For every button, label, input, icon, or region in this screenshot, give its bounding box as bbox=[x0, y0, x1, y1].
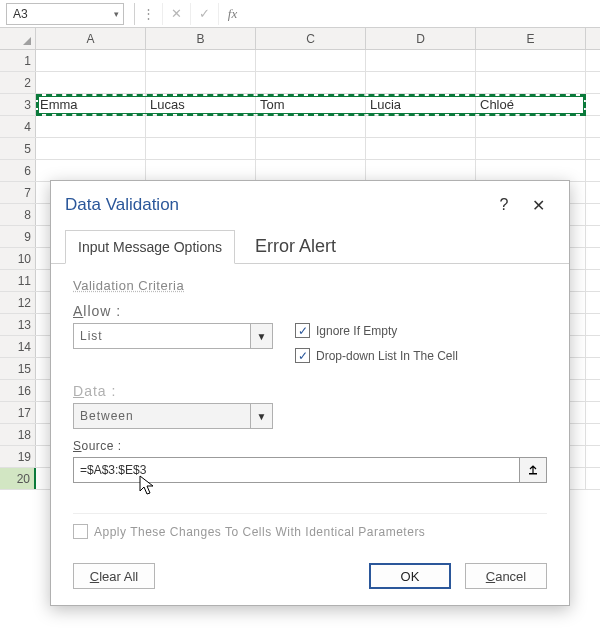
allow-select[interactable]: List ▼ bbox=[73, 323, 273, 349]
help-button[interactable]: ? bbox=[487, 191, 521, 219]
dialog-title: Data Validation bbox=[65, 195, 487, 215]
ok-button[interactable]: OK bbox=[369, 563, 451, 589]
apply-label: Apply These Changes To Cells With Identi… bbox=[94, 525, 425, 539]
cell[interactable] bbox=[476, 138, 586, 159]
row-header[interactable]: 2 bbox=[0, 72, 36, 93]
cell[interactable]: Tom bbox=[256, 94, 366, 115]
row-header[interactable]: 6 bbox=[0, 160, 36, 181]
cell[interactable]: Lucia bbox=[366, 94, 476, 115]
row-header[interactable]: 20 bbox=[0, 468, 36, 489]
collapse-dialog-icon[interactable] bbox=[519, 457, 547, 483]
cell[interactable] bbox=[146, 72, 256, 93]
table-row: 2 bbox=[0, 72, 600, 94]
ignore-empty-label: Ignore If Empty bbox=[316, 324, 397, 338]
allow-value: List bbox=[74, 329, 250, 343]
table-row: 5 bbox=[0, 138, 600, 160]
expand-down-icon[interactable]: ⋮ bbox=[134, 3, 162, 25]
name-box[interactable]: A3 ▾ bbox=[6, 3, 124, 25]
table-row: 4 bbox=[0, 116, 600, 138]
row-header[interactable]: 18 bbox=[0, 424, 36, 445]
ignore-empty-checkbox[interactable]: ✓ Ignore If Empty bbox=[295, 323, 458, 338]
cell[interactable] bbox=[146, 160, 256, 181]
table-row: 6 bbox=[0, 160, 600, 182]
cancel-button[interactable]: Cancel bbox=[465, 563, 547, 589]
tab-input-message[interactable]: Input Message Options bbox=[65, 230, 235, 264]
chevron-down-icon[interactable]: ▾ bbox=[114, 9, 119, 19]
column-header[interactable]: C bbox=[256, 28, 366, 49]
cell[interactable] bbox=[476, 116, 586, 137]
row-header[interactable]: 10 bbox=[0, 248, 36, 269]
cell[interactable] bbox=[256, 50, 366, 71]
dropdown-in-cell-label: Drop-down List In The Cell bbox=[316, 349, 458, 363]
row-header[interactable]: 7 bbox=[0, 182, 36, 203]
row-header[interactable]: 5 bbox=[0, 138, 36, 159]
column-header[interactable]: D bbox=[366, 28, 476, 49]
row-header[interactable]: 9 bbox=[0, 226, 36, 247]
row-header[interactable]: 14 bbox=[0, 336, 36, 357]
source-input[interactable] bbox=[73, 457, 519, 483]
cell[interactable] bbox=[366, 138, 476, 159]
chevron-down-icon[interactable]: ▼ bbox=[250, 324, 272, 348]
cell[interactable] bbox=[256, 116, 366, 137]
cell[interactable] bbox=[36, 160, 146, 181]
clear-all-button[interactable]: Clear All bbox=[73, 563, 155, 589]
cell[interactable] bbox=[476, 160, 586, 181]
row-header[interactable]: 12 bbox=[0, 292, 36, 313]
cell[interactable] bbox=[146, 116, 256, 137]
cell[interactable] bbox=[256, 160, 366, 181]
cell[interactable]: Chloé bbox=[476, 94, 586, 115]
cell[interactable]: Emma bbox=[36, 94, 146, 115]
dialog-tabs: Input Message Options Error Alert bbox=[51, 229, 569, 264]
dropdown-in-cell-checkbox[interactable]: ✓ Drop-down List In The Cell bbox=[295, 348, 458, 363]
data-value: Between bbox=[74, 409, 250, 423]
column-headers: A B C D E bbox=[0, 28, 600, 50]
checkmark-icon: ✓ bbox=[295, 348, 310, 363]
row-header[interactable]: 1 bbox=[0, 50, 36, 71]
cell[interactable] bbox=[36, 50, 146, 71]
column-header[interactable]: E bbox=[476, 28, 586, 49]
cancel-icon[interactable]: ✕ bbox=[162, 3, 190, 25]
cell[interactable]: Lucas bbox=[146, 94, 256, 115]
chevron-down-icon: ▼ bbox=[250, 404, 272, 428]
column-header[interactable]: A bbox=[36, 28, 146, 49]
data-validation-dialog: Data Validation ? ✕ Input Message Option… bbox=[50, 180, 570, 606]
cell[interactable] bbox=[366, 50, 476, 71]
row-header[interactable]: 15 bbox=[0, 358, 36, 379]
cell[interactable] bbox=[146, 50, 256, 71]
apply-same-settings-checkbox[interactable]: Apply These Changes To Cells With Identi… bbox=[73, 513, 547, 539]
row-header[interactable]: 11 bbox=[0, 270, 36, 291]
cell[interactable] bbox=[476, 50, 586, 71]
cell[interactable] bbox=[366, 116, 476, 137]
cell[interactable] bbox=[256, 138, 366, 159]
select-all-corner[interactable] bbox=[0, 28, 36, 49]
cell[interactable] bbox=[36, 116, 146, 137]
enter-icon[interactable]: ✓ bbox=[190, 3, 218, 25]
tab-error-alert[interactable]: Error Alert bbox=[241, 230, 350, 264]
criteria-heading: Validation Criteria bbox=[73, 278, 547, 293]
formula-bar: A3 ▾ ⋮ ✕ ✓ fx bbox=[0, 0, 600, 28]
row-header[interactable]: 17 bbox=[0, 402, 36, 423]
cell[interactable] bbox=[366, 160, 476, 181]
close-icon[interactable]: ✕ bbox=[521, 191, 555, 219]
row-header[interactable]: 4 bbox=[0, 116, 36, 137]
cell[interactable] bbox=[36, 138, 146, 159]
row-header[interactable]: 16 bbox=[0, 380, 36, 401]
column-header[interactable]: B bbox=[146, 28, 256, 49]
cell[interactable] bbox=[256, 72, 366, 93]
checkmark-icon: ✓ bbox=[295, 323, 310, 338]
row-header[interactable]: 3 bbox=[0, 94, 36, 115]
cell[interactable] bbox=[36, 72, 146, 93]
row-header[interactable]: 13 bbox=[0, 314, 36, 335]
name-box-value: A3 bbox=[13, 7, 28, 21]
cell[interactable] bbox=[146, 138, 256, 159]
fx-icon[interactable]: fx bbox=[218, 3, 246, 25]
checkbox-icon bbox=[73, 524, 88, 539]
cell[interactable] bbox=[366, 72, 476, 93]
row-header[interactable]: 8 bbox=[0, 204, 36, 225]
data-label: Data : bbox=[73, 383, 273, 399]
dialog-titlebar: Data Validation ? ✕ bbox=[51, 181, 569, 229]
table-row: 3EmmaLucasTomLuciaChloé bbox=[0, 94, 600, 116]
formula-input[interactable] bbox=[246, 3, 600, 25]
cell[interactable] bbox=[476, 72, 586, 93]
row-header[interactable]: 19 bbox=[0, 446, 36, 467]
